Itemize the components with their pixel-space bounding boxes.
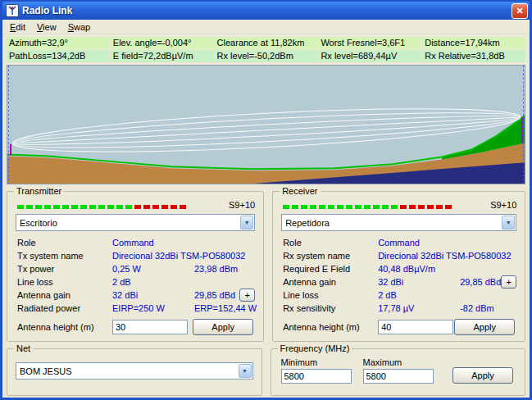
info-row-2: PathLoss=134,2dB E field=72,2dBµV/m Rx l… — [7, 50, 525, 62]
tx-antenna-plus-button[interactable]: + — [239, 289, 255, 302]
info-azimuth: Azimuth=32,9° — [7, 37, 110, 49]
net-selected: BOM JESUS — [16, 366, 238, 376]
signal-segment — [427, 205, 434, 209]
tx-gain-dbd: 29,85 dBd — [194, 290, 235, 300]
signal-segment — [364, 205, 371, 209]
tx-role-label: Role — [17, 238, 112, 248]
title-bar[interactable]: Radio Link ✕ — [2, 2, 530, 20]
chevron-down-icon: ▼ — [240, 216, 253, 230]
tx-line-loss-value: 2 dB — [112, 277, 194, 287]
info-pathloss: PathLoss=134,2dB — [7, 50, 110, 62]
rx-row-line-loss: Line loss 2 dB — [280, 289, 518, 302]
rx-row-antenna-gain: Antenna gain 32 dBi 29,85 dBd + — [280, 275, 518, 289]
terrain-profile-chart — [7, 65, 525, 184]
signal-segment — [107, 205, 114, 209]
rx-required-field-label: Required E Field — [283, 264, 378, 274]
radio-link-window: Radio Link ✕ Edit View Swap Azimuth=32,9… — [0, 0, 532, 400]
rx-line-loss-value: 2 dB — [378, 290, 460, 300]
signal-segment — [418, 205, 425, 209]
frequency-group-title: Frequency (MHz) — [278, 343, 352, 353]
info-worst-fresnel: Worst Fresnel=3,6F1 — [318, 37, 421, 49]
rx-antenna-height-row: Antenna height (m) Apply — [280, 319, 518, 335]
signal-segment — [337, 205, 343, 209]
tx-signal-bar — [17, 198, 189, 212]
info-clearance: Clearance at 11,82km — [215, 37, 318, 49]
tx-power-dbm: 23,98 dBm — [194, 264, 238, 274]
chevron-down-icon: ▼ — [239, 364, 252, 378]
signal-segment — [436, 205, 443, 209]
info-rx-level-uv: Rx level=689,44µV — [318, 50, 421, 62]
receiver-group: Receiver S9+10 Repetidora ▼ Role Command… — [272, 191, 525, 342]
transmitter-group-title: Transmitter — [14, 186, 64, 196]
signal-segment — [80, 205, 87, 209]
signal-segment — [161, 205, 168, 209]
frequency-max-input[interactable] — [363, 369, 434, 384]
rx-gain-dbi: 32 dBi — [378, 277, 460, 287]
signal-segment — [445, 205, 452, 209]
transmitter-group: Transmitter S9+10 Escritorio ▼ Role Comm… — [7, 191, 264, 342]
close-button[interactable]: ✕ — [512, 3, 528, 19]
rx-apply-button[interactable]: Apply — [454, 319, 515, 335]
rx-antenna-height-input[interactable] — [378, 320, 453, 334]
tx-apply-button[interactable]: Apply — [193, 319, 253, 335]
menu-item-edit[interactable]: Edit — [4, 20, 31, 34]
signal-segment — [283, 205, 289, 209]
tx-power-label: Tx power — [17, 264, 112, 274]
signal-segment — [391, 205, 398, 209]
signal-segment — [71, 205, 78, 209]
tx-gain-label: Antenna gain — [17, 290, 112, 300]
rx-signal-label: S9+10 — [490, 200, 516, 210]
signal-segment — [292, 205, 298, 209]
rx-unit-combobox[interactable]: Repetidora ▼ — [281, 214, 516, 231]
tx-eirp-value: EIRP=250 W — [112, 303, 194, 313]
info-distance: Distance=17,94km — [422, 37, 525, 49]
signal-segment — [400, 205, 407, 209]
rx-sensitivity-label: Rx sensitivity — [283, 303, 378, 313]
frequency-group: Frequency (MHz) Minimum Maximum Apply — [271, 348, 526, 396]
menu-item-swap[interactable]: Swap — [62, 20, 97, 34]
signal-segment — [409, 205, 416, 209]
rx-signal-bar — [283, 198, 454, 212]
frequency-min-input[interactable] — [281, 369, 352, 384]
tx-antenna-height-input[interactable] — [112, 320, 188, 334]
tx-row-radiated-power: Radiated power EIRP=250 W ERP=152,44 W — [14, 302, 257, 315]
signal-segment — [382, 205, 389, 209]
frequency-apply-button[interactable]: Apply — [452, 367, 513, 384]
tx-system-label: Tx system name — [17, 251, 112, 261]
tx-row-power: Tx power 0,25 W 23,98 dBm — [14, 262, 257, 275]
signal-segment — [116, 205, 123, 209]
net-combobox[interactable]: BOM JESUS ▼ — [16, 362, 253, 380]
signal-segment — [328, 205, 334, 209]
rx-row-sensitivity: Rx sensitivity 17,78 µV -82 dBm — [280, 302, 518, 315]
rx-role-value: Command — [378, 238, 460, 248]
tx-radiated-label: Radiated power — [17, 303, 112, 313]
rx-antenna-plus-button[interactable]: + — [501, 275, 516, 289]
rx-gain-label: Antenna gain — [283, 277, 378, 287]
menu-item-view[interactable]: View — [31, 20, 62, 34]
receiver-group-title: Receiver — [280, 186, 320, 196]
rx-row-required-field: Required E Field 40,48 dBµV/m — [280, 262, 518, 275]
tx-antenna-height-label: Antenna height (m) — [17, 322, 112, 332]
rx-sensitivity-uv: 17,78 µV — [378, 303, 460, 313]
rx-sensitivity-dbm: -82 dBm — [460, 303, 494, 313]
tx-line-loss-label: Line loss — [17, 277, 112, 287]
frequency-min-col: Minimum — [281, 357, 352, 384]
signal-segment — [35, 205, 42, 209]
signal-segment — [346, 205, 352, 209]
tx-row-system: Tx system name Direcional 32dBi TSM-PO58… — [14, 249, 257, 262]
rx-signal-row: S9+10 — [283, 200, 516, 209]
rx-antenna-height-label: Antenna height (m) — [283, 322, 378, 332]
rx-role-label: Role — [283, 238, 378, 248]
frequency-max-label: Maximum — [363, 357, 434, 367]
tx-row-line-loss: Line loss 2 dB — [14, 275, 257, 289]
signal-segment — [89, 205, 96, 209]
tx-system-value: Direcional 32dBi TSM-PO580032 — [112, 251, 194, 261]
signal-segment — [355, 205, 361, 209]
tx-unit-combobox[interactable]: Escritorio ▼ — [16, 214, 255, 231]
rx-row-role: Role Command — [280, 236, 518, 249]
close-icon: ✕ — [516, 6, 523, 16]
signal-segment — [310, 205, 316, 209]
tx-signal-row: S9+10 — [17, 200, 255, 209]
menu-bar: Edit View Swap — [2, 20, 530, 34]
info-rx-level-dbm: Rx level=-50,2dBm — [215, 50, 318, 62]
